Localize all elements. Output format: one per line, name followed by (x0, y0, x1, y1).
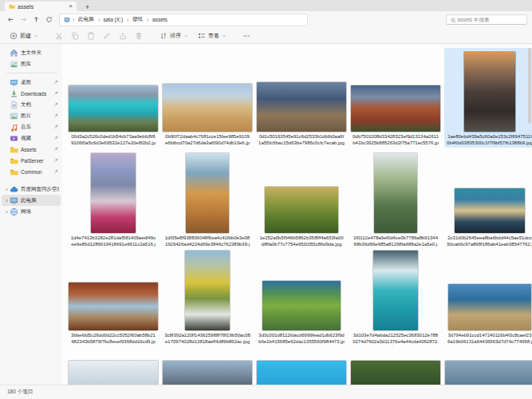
file-item[interactable]: 3c8f392a120ff143625988f78f19b50ac08e1709… (162, 249, 253, 346)
paste-icon[interactable] (85, 30, 97, 41)
breadcrumb-assets[interactable]: assets (151, 17, 169, 22)
videos-icon (10, 134, 18, 143)
breadcrumb-drive[interactable]: sata (X:) (102, 17, 125, 22)
pin-icon (53, 168, 59, 175)
file-item[interactable] (68, 346, 159, 385)
file-item[interactable] (350, 346, 441, 385)
file-thumbnail[interactable] (265, 187, 338, 233)
sidebar-item-this-pc[interactable]: ›此电脑 (2, 195, 61, 206)
file-thumbnail[interactable] (448, 284, 531, 330)
file-thumbnail[interactable] (185, 251, 230, 330)
sidebar-item-baidu-sync[interactable]: ›百度网盘同步空间 (2, 184, 61, 195)
file-thumbnail[interactable] (69, 282, 158, 330)
file-item[interactable]: 3bbefdd5c26dd0d22cc5052f60ab58b21482343b… (68, 249, 159, 346)
rename-icon[interactable] (100, 30, 113, 41)
sidebar-item-desktop[interactable]: 桌面 (2, 77, 61, 88)
sidebar-item-network[interactable]: ›网络 (2, 206, 61, 217)
file-item[interactable]: 0db7501008d33428323ef9d13134a2611b41bc36… (350, 48, 441, 148)
expand-chevron-icon[interactable]: › (4, 187, 10, 192)
thumbnail-area (256, 346, 347, 385)
sidebar-item-music[interactable]: 音乐 (2, 121, 61, 132)
sidebar-item-gallery[interactable]: 图库 (2, 58, 61, 69)
sidebar-item-pictures[interactable]: 图片 (2, 110, 61, 121)
file-name: 1f0112e478a9ef0d4ce0b7786a8b9134468b36d6… (350, 235, 441, 249)
sidebar-item-downloads[interactable]: Downloads (2, 88, 61, 99)
file-item[interactable] (162, 346, 253, 385)
file-thumbnail[interactable] (91, 153, 136, 233)
file-item[interactable] (444, 346, 532, 385)
sort-button[interactable]: 排序 (156, 30, 191, 41)
network-icon (10, 207, 18, 216)
file-thumbnail[interactable] (373, 251, 418, 330)
file-item[interactable]: 3d3c001d8112fdacd6999fead1db623f9db6e1b4… (256, 249, 347, 346)
pin-icon (53, 124, 59, 130)
new-button[interactable]: 新建 (6, 30, 41, 41)
search-input[interactable] (446, 14, 527, 25)
file-item[interactable]: 0d1c50163545e91c6d2533b1dfdb0aa6f1a55fc6… (256, 48, 347, 148)
file-thumbnail[interactable] (69, 85, 158, 132)
file-item[interactable]: 1e252a0b5f946b5862b35f8ff4a653fa00df8fa0… (256, 148, 347, 249)
view-button[interactable]: 查看 (195, 30, 230, 41)
thumbnail-area (256, 249, 347, 332)
file-thumbnail[interactable] (69, 361, 158, 385)
file-item[interactable]: 3d794eb91ccd147240116b4f3c8caef236a19b06… (444, 249, 532, 346)
expand-chevron-icon[interactable]: › (4, 198, 10, 203)
file-thumbnail[interactable] (455, 188, 525, 233)
file-thumbnail[interactable] (445, 361, 532, 385)
back-icon[interactable] (5, 14, 16, 26)
sidebar-item-common[interactable]: Common (2, 166, 61, 177)
sidebar-item-home[interactable]: 主文件夹 (2, 47, 61, 58)
pin-icon (53, 101, 59, 108)
pictures-icon (10, 112, 18, 120)
share-icon[interactable] (116, 30, 129, 41)
sidebar-item-assets[interactable]: Assets (2, 144, 61, 155)
cut-icon[interactable] (53, 30, 65, 41)
documents-icon (10, 101, 18, 109)
delete-icon[interactable] (132, 30, 145, 41)
expand-chevron-icon[interactable]: › (4, 209, 10, 215)
file-thumbnail[interactable] (257, 82, 346, 132)
file-item[interactable]: 0b90f72daab4c7081cce15fee985e9109e6fdbcd… (162, 48, 253, 148)
vertical-scrollbar[interactable] (528, 48, 531, 124)
file-item[interactable]: 1df35e8f938836048f6ea4c41fbb0e3e08192642… (162, 148, 253, 249)
pin-icon (53, 157, 59, 164)
new-tab-button[interactable]: + (83, 3, 92, 11)
breadcrumb-this-pc[interactable]: 此电脑 (77, 16, 96, 23)
file-name: 00d3a2c526c0ded1b54cb73aa9ebfc8f69106f0a… (68, 133, 159, 148)
file-item[interactable]: 3d103e7d4abda212525ec3683012e7880274d760… (350, 249, 441, 346)
more-options-button[interactable] (239, 30, 254, 41)
file-thumbnail[interactable] (257, 361, 346, 385)
file-item[interactable]: 1ae80ebd439a5c60a0e153c2f6947511f0b4f0d0… (444, 48, 532, 148)
file-name: 1ae80ebd439a5c60a0e153c2f6947511f0b4f0d0… (444, 133, 532, 148)
status-bar: 180 个项目 (0, 385, 532, 399)
file-item[interactable]: 2c31d0b2645eea8ba6bdd44c5ae51dcc50cab6c9… (444, 148, 532, 249)
sidebar-item-label: 桌面 (21, 79, 53, 86)
copy-icon[interactable] (69, 30, 81, 41)
up-icon[interactable] (30, 14, 41, 26)
file-thumbnail[interactable] (374, 153, 417, 233)
breadcrumb-wallpaper[interactable]: 壁纸 (131, 16, 144, 23)
file-thumbnail[interactable] (464, 52, 515, 132)
sidebar-item-palserver[interactable]: PalServer (2, 155, 61, 166)
sidebar-item-videos[interactable]: 视频 (2, 132, 61, 144)
file-thumbnail[interactable] (186, 153, 229, 233)
chevron-down-icon (183, 34, 188, 38)
file-thumbnail[interactable] (163, 361, 252, 385)
forward-icon[interactable] (18, 14, 29, 26)
file-thumbnail[interactable] (351, 85, 440, 132)
tab-close-icon[interactable]: × (69, 3, 73, 10)
file-thumbnail[interactable] (262, 281, 341, 330)
chevron-right-icon (97, 18, 101, 22)
breadcrumb[interactable]: 此电脑 sata (X:) 壁纸 assets (59, 14, 308, 26)
file-thumbnail[interactable] (163, 84, 252, 132)
refresh-icon[interactable] (43, 14, 54, 26)
file-item[interactable]: 00d3a2c526c0ded1b54cb73aa9ebfc8f69106f0a… (68, 48, 159, 148)
sidebar-item-documents[interactable]: 文档 (2, 99, 61, 110)
file-item[interactable] (256, 346, 347, 385)
thumbnail-area (350, 249, 441, 332)
file-item[interactable]: 1d4e7413b3282e281daf581409aedf49cee9e86d… (68, 148, 159, 249)
navigation-pane: 主文件夹图库 桌面Downloads文档图片音乐视频AssetsPalServe… (0, 45, 62, 385)
file-thumbnail[interactable] (351, 361, 440, 385)
file-item[interactable]: 1f0112e478a9ef0d4ce0b7786a8b9134468b36d6… (350, 148, 441, 249)
tab-assets[interactable]: assets × (5, 2, 77, 11)
